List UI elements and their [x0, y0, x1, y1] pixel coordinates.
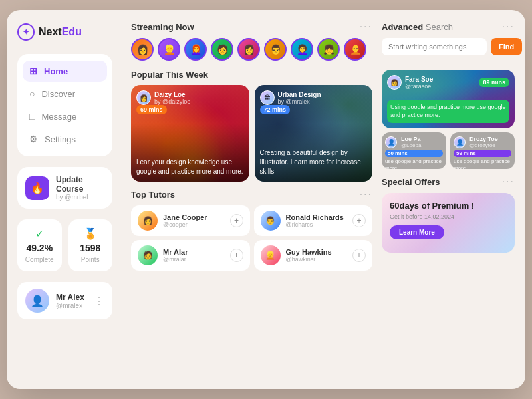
tutor-avatar-3: 👱 [261, 245, 281, 265]
sidebar-item-home[interactable]: ⊞ Home [23, 61, 107, 82]
find-button[interactable]: Find [491, 38, 522, 55]
streaming-menu-dots[interactable]: ··· [360, 21, 372, 33]
logo-next: Next [39, 26, 62, 37]
small-author-handle-1: @Loepa [401, 142, 421, 148]
tutor-add-3[interactable]: + [352, 249, 366, 262]
stream-avatar-9[interactable]: 🧑‍🦲 [344, 38, 366, 61]
streaming-section: Streaming Now ··· 👩 👱 👩‍🦰 🧑 👩 👨 👩‍🦱 👧 🧑‍… [131, 21, 372, 61]
popular-section: Popular This Week 👩 Daizy L [131, 70, 372, 182]
special-menu-dots[interactable]: ··· [502, 176, 515, 188]
nav-box: ⊞ Home ○ Discover □ Message ⚙ Settings [17, 54, 112, 156]
tutor-add-2[interactable]: + [230, 249, 243, 262]
update-course-icon: 🔥 [25, 176, 49, 200]
tutor-name-0: Jane Cooper [163, 213, 207, 221]
tutor-add-0[interactable]: + [230, 214, 243, 227]
home-icon: ⊞ [29, 66, 37, 76]
small-card-2[interactable]: 👤 Drozy Toe @drozytoe 59 mins use google… [450, 132, 515, 169]
special-header: Special Offers ··· [382, 176, 515, 188]
popular-title: Popular This Week [131, 70, 208, 80]
tutor-add-1[interactable]: + [352, 214, 366, 227]
card-author-handle-2: by @mralex [278, 98, 321, 105]
main-content: Streaming Now ··· 👩 👱 👩‍🦰 🧑 👩 👨 👩‍🦱 👧 🧑‍… [123, 10, 525, 389]
search-input[interactable] [382, 38, 487, 55]
right-card-big[interactable]: 👩 Fara Soe @farasoe 89 mins Using google… [382, 70, 515, 128]
search-menu-dots[interactable]: ··· [502, 21, 515, 33]
learn-more-button[interactable]: Learn More [390, 225, 444, 239]
small-desc-1: use google and practice more. [385, 158, 443, 169]
update-course-sub: by @mrbel [56, 194, 104, 201]
sidebar-item-settings-label: Settings [45, 134, 76, 144]
search-bold: Advanced [382, 22, 423, 32]
right-card-content: 👩 Fara Soe @farasoe 89 mins Using google… [382, 70, 515, 128]
stream-avatar-2[interactable]: 👱 [158, 38, 180, 61]
message-icon: □ [29, 111, 35, 122]
tutor-handle-0: @cooper [163, 221, 207, 228]
tutor-handle-1: @richarcs [286, 221, 344, 228]
tutors-menu-dots[interactable]: ··· [360, 188, 372, 200]
tutor-item-1: 👨 Ronald Richards @richarcs + [254, 205, 373, 236]
top-row: Streaming Now ··· 👩 👱 👩‍🦰 🧑 👩 👨 👩‍🦱 👧 🧑‍… [131, 21, 515, 61]
stream-avatar-3[interactable]: 👩‍🦰 [184, 38, 207, 61]
card-author-name-1: Daizy Loe [154, 91, 190, 98]
points-icon: 🏅 [84, 227, 97, 240]
course-card-2[interactable]: 🏛 Urban Design by @mralex 72 mins Creati… [255, 85, 373, 182]
special-card: 60days of Premium ! Get it before 14.02.… [382, 193, 515, 253]
settings-icon: ⚙ [29, 134, 38, 144]
small-badge-2: 59 mins [454, 150, 511, 157]
card-author-info-1: Daizy Loe by @daizyloe [154, 91, 190, 105]
stream-avatar-8[interactable]: 👧 [317, 38, 340, 61]
sidebar-item-discover[interactable]: ○ Discover [23, 83, 107, 104]
popular-thin: Popular [131, 70, 163, 80]
update-course-text: Update Course by @mrbel [56, 175, 104, 201]
streaming-title: Streaming Now [131, 22, 194, 32]
card-avatar-1: 👩 [136, 90, 151, 105]
tutor-item-2: 🧑 Mr Alar @mralar + [131, 240, 250, 271]
sidebar-item-settings[interactable]: ⚙ Settings [23, 128, 107, 150]
small-card-1[interactable]: 👤 Loe Pa @Loepa 50 mins use google and p… [382, 132, 446, 169]
search-section: Advanced Search ··· Find [382, 21, 515, 61]
card-author-info-2: Urban Design by @mralex [278, 91, 321, 105]
right-author-row: 👩 Fara Soe @farasoe 89 mins [387, 75, 509, 90]
sidebar-item-message[interactable]: □ Message [23, 106, 107, 127]
course-card-1[interactable]: 👩 Daizy Loe by @daizyloe 69 mins Lear yo… [131, 85, 249, 182]
tutor-avatar-2: 🧑 [138, 245, 158, 265]
right-desc: Using google and practice more use googl… [387, 100, 509, 123]
update-course-box: 🔥 Update Course by @mrbel [17, 167, 112, 209]
tutor-info-2: Mr Alar @mralar [163, 248, 188, 263]
profile-name: Mr Alex [56, 293, 84, 302]
special-title-label: Special Offers [382, 177, 440, 187]
streaming-bold: Streaming [131, 22, 174, 32]
small-author-handle-2: @drozytoe [469, 142, 498, 148]
discover-icon: ○ [29, 88, 35, 99]
tutor-grid: 👩 Jane Cooper @cooper + 👨 Ronald Richard… [131, 205, 372, 271]
tutor-info-3: Guy Hawkins @hawkinsr [286, 248, 332, 263]
stream-avatar-7[interactable]: 👩‍🦱 [291, 38, 313, 61]
card-desc-2: Creating a beautiful design by Illustrat… [260, 148, 368, 176]
right-author-info: Fara Soe @farasoe [405, 76, 433, 90]
sidebar-item-discover-label: Discover [41, 89, 75, 99]
tutor-name-3: Guy Hawkins [286, 248, 332, 256]
stream-avatar-4[interactable]: 🧑 [211, 38, 233, 61]
logo-edu: Edu [62, 26, 82, 37]
card-avatar-2: 🏛 [260, 90, 275, 105]
tutor-info-0: Jane Cooper @cooper [163, 213, 207, 228]
stream-avatar-1[interactable]: 👩 [131, 38, 154, 61]
special-card-sub: Get it before 14.02.2024 [390, 213, 507, 220]
small-author-name-1: Loe Pa [401, 136, 421, 142]
stream-avatar-6[interactable]: 👨 [264, 38, 287, 61]
small-author-name-2: Drozy Toe [469, 136, 498, 142]
card-author-name-2: Urban Design [278, 91, 321, 98]
search-title: Advanced Search [382, 22, 453, 32]
complete-value: 49.2% [26, 243, 53, 253]
right-popular: 👩 Fara Soe @farasoe 89 mins Using google… [382, 70, 515, 169]
special-title: Special Offers [382, 177, 440, 187]
profile-menu-dots[interactable]: ⋮ [94, 295, 104, 307]
stream-avatar-5[interactable]: 👩 [237, 38, 260, 61]
profile-handle: @mralex [56, 302, 84, 309]
search-box: Find [382, 38, 515, 55]
sidebar-item-home-label: Home [44, 66, 68, 76]
right-author-handle: @farasoe [405, 83, 433, 90]
small-cards-row: 👤 Loe Pa @Loepa 50 mins use google and p… [382, 132, 515, 169]
tutors-section: Top Tutors ··· 👩 Jane Cooper @cooper + [131, 188, 372, 271]
left-col: Popular This Week 👩 Daizy L [131, 70, 372, 378]
